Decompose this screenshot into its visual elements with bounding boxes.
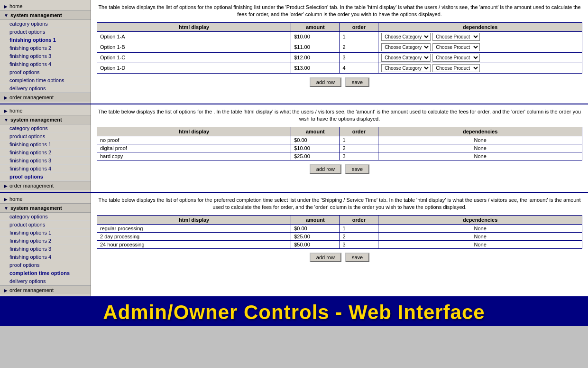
sidebar-nav-finishing1-1[interactable]: finishing options 1 <box>0 36 91 44</box>
save-button-2[interactable]: save <box>345 164 369 174</box>
p2-row3-html: hard copy <box>97 152 291 160</box>
table-row: regular processing $0.00 1 None <box>97 224 582 232</box>
sidebar-nav-finishing2-1[interactable]: finishing options 2 <box>0 44 91 52</box>
save-button-3[interactable]: save <box>345 253 369 262</box>
th-deps-1: dependencies <box>378 22 582 31</box>
sidebar-section-3[interactable]: ▼ system management <box>0 204 91 213</box>
p2-row1-deps: None <box>378 136 582 144</box>
sidebar-nav-finishing3-2[interactable]: finishing options 3 <box>0 157 91 165</box>
sidebar-section-label-2: system management <box>10 117 62 123</box>
sidebar-nav-proof-1[interactable]: proof options <box>0 68 91 76</box>
row3-amount: $12.00 <box>291 52 340 63</box>
row4-order: 4 <box>340 63 378 73</box>
p2-row1-order: 1 <box>340 136 378 144</box>
sidebar-nav-category-options-3[interactable]: category options <box>0 213 91 221</box>
sidebar-section-1[interactable]: ▼ system management <box>0 11 91 20</box>
p2-row2-html: digital proof <box>97 144 291 152</box>
th-amount-1: amount <box>291 22 340 31</box>
sidebar-2: ▶ home ▼ system management category opti… <box>0 104 91 192</box>
sidebar-1: ▶ home ▼ system management category opti… <box>0 0 91 104</box>
sidebar-home-1[interactable]: ▶ home <box>0 2 91 11</box>
arrow-icon-3: ▶ <box>4 197 8 202</box>
table-row: 2 day processing $25.00 2 None <box>97 232 582 240</box>
p3-row1-html: regular processing <box>97 224 291 232</box>
row2-html: Option 1-B <box>97 42 291 52</box>
th-html-3: html display <box>97 215 291 224</box>
table-row: 24 hour processing $50.00 3 None <box>97 240 582 248</box>
sidebar-home-3[interactable]: ▶ home <box>0 195 91 204</box>
main-content-1: The table below displays the list of opt… <box>91 0 588 104</box>
sidebar-nav-finishing1-2[interactable]: finishing options 1 <box>0 141 91 149</box>
p3-row2-html: 2 day processing <box>97 232 291 240</box>
p3-row2-amount: $25.00 <box>291 232 340 240</box>
sidebar-nav-finishing2-2[interactable]: finishing options 2 <box>0 149 91 157</box>
sidebar-home-label-2: home <box>9 108 23 113</box>
p3-row3-html: 24 hour processing <box>97 240 291 248</box>
row4-category-select[interactable]: Choose Category <box>381 64 431 72</box>
sidebar-nav-delivery-3[interactable]: delivery options <box>0 277 91 285</box>
sidebar-nav-finishing4-1[interactable]: finishing options 4 <box>0 60 91 68</box>
sidebar-nav-product-options-1[interactable]: product options <box>0 28 91 36</box>
sidebar-section-2[interactable]: ▼ system management <box>0 115 91 124</box>
bottom-banner: Admin/Owner Controls - Web Interface <box>0 297 588 326</box>
sidebar-nav-finishing1-3[interactable]: finishing options 1 <box>0 229 91 237</box>
row1-deps: Choose Category Choose Product <box>378 31 582 42</box>
sidebar-nav-product-options-3[interactable]: product options <box>0 221 91 229</box>
row3-product-select[interactable]: Choose Product <box>432 54 480 62</box>
sidebar-nav-completion-3[interactable]: completion time options <box>0 269 91 277</box>
save-button-1[interactable]: save <box>345 77 369 87</box>
sidebar-order-label-3: order management <box>9 287 54 293</box>
sidebar-order-mgmt-2[interactable]: ▶ order management <box>0 181 91 190</box>
sidebar-home-label-1: home <box>9 3 23 9</box>
table-row: digital proof $10.00 2 None <box>97 144 582 152</box>
p3-row2-deps: None <box>378 232 582 240</box>
sidebar-nav-finishing3-3[interactable]: finishing options 3 <box>0 245 91 253</box>
p3-row1-amount: $0.00 <box>291 224 340 232</box>
row2-product-select[interactable]: Choose Product <box>432 43 480 51</box>
sidebar-section-label-1: system management <box>10 12 62 18</box>
add-row-button-2[interactable]: add row <box>310 164 341 174</box>
button-row-2: add row save <box>97 164 582 174</box>
sidebar-nav-completion-1[interactable]: completion time options <box>0 76 91 85</box>
p3-row3-amount: $50.00 <box>291 240 340 248</box>
th-amount-2: amount <box>291 127 340 136</box>
panel-1: ▶ home ▼ system management category opti… <box>0 0 588 104</box>
row1-product-select[interactable]: Choose Product <box>432 33 480 41</box>
row2-amount: $11.00 <box>291 42 340 52</box>
sidebar-nav-delivery-1[interactable]: delivery options <box>0 85 91 93</box>
th-deps-3: dependencies <box>378 215 582 224</box>
sidebar-nav-proof-3[interactable]: proof options <box>0 261 91 269</box>
sidebar-nav-finishing3-1[interactable]: finishing options 3 <box>0 52 91 60</box>
sidebar-home-2[interactable]: ▶ home <box>0 106 91 115</box>
row1-amount: $10.00 <box>291 31 340 42</box>
description-1: The table below displays the list of opt… <box>97 4 582 19</box>
sidebar-nav-finishing4-2[interactable]: finishing options 4 <box>0 165 91 173</box>
sidebar-nav-category-options-2[interactable]: category options <box>0 124 91 132</box>
sidebar-nav-finishing2-3[interactable]: finishing options 2 <box>0 237 91 245</box>
sidebar-nav-category-options-1[interactable]: category options <box>0 20 91 28</box>
row1-category-select[interactable]: Choose Category <box>381 33 431 41</box>
section-arrow-3: ▼ <box>4 206 9 211</box>
row3-category-select[interactable]: Choose Category <box>381 54 431 62</box>
row2-category-select[interactable]: Choose Category <box>381 43 431 51</box>
row4-product-select[interactable]: Choose Product <box>432 64 480 72</box>
table-row: hard copy $25.00 3 None <box>97 152 582 160</box>
p3-row3-deps: None <box>378 240 582 248</box>
sidebar-nav-proof-2[interactable]: proof options <box>0 173 91 181</box>
sidebar-order-mgmt-1[interactable]: ▶ order management <box>0 93 91 102</box>
sidebar-section-label-3: system management <box>10 205 62 211</box>
sidebar-order-mgmt-3[interactable]: ▶ order management <box>0 285 91 294</box>
table-row: Option 1-B $11.00 2 Choose Category Choo… <box>97 42 582 52</box>
sidebar-home-label-3: home <box>9 196 23 202</box>
th-order-2: order <box>340 127 378 136</box>
th-order-3: order <box>340 215 378 224</box>
add-row-button-3[interactable]: add row <box>310 253 341 262</box>
sidebar-nav-finishing4-3[interactable]: finishing options 4 <box>0 253 91 261</box>
sidebar-nav-product-options-2[interactable]: product options <box>0 132 91 141</box>
add-row-button-1[interactable]: add row <box>310 77 341 87</box>
sidebar-3: ▶ home ▼ system management category opti… <box>0 193 91 296</box>
arrow-icon-2: ▶ <box>4 108 8 113</box>
row2-deps: Choose Category Choose Product <box>378 42 582 52</box>
section-arrow-2: ▼ <box>4 117 9 123</box>
row2-order: 2 <box>340 42 378 52</box>
